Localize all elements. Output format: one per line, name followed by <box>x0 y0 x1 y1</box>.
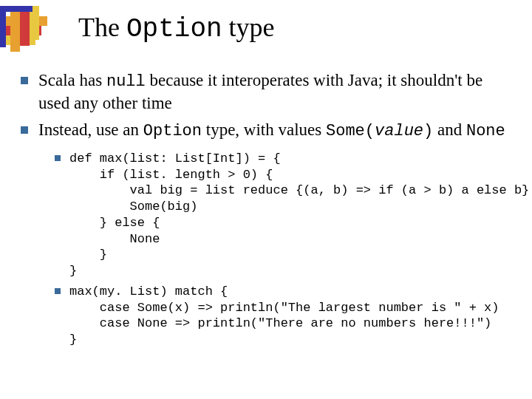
title-mono: Option <box>126 14 222 44</box>
title-suffix: type <box>222 13 275 42</box>
bullet-2-text: Instead, use an Option type, with values… <box>38 119 505 142</box>
sub-bullets: def max(list: List[Int]) = { if (list. l… <box>55 151 517 348</box>
deco-blue-v <box>0 6 6 47</box>
bullet-2: Instead, use an Option type, with values… <box>21 119 517 142</box>
title-prefix: The <box>78 13 126 42</box>
corner-decoration <box>0 0 74 52</box>
bullet-icon <box>21 77 28 84</box>
sub-bullet-2: max(my. List) match { case Some(x) => pr… <box>55 284 517 348</box>
bullet-icon <box>55 155 61 161</box>
bullet-1-text: Scala has null because it interoperates … <box>38 69 517 115</box>
bullet-1: Scala has null because it interoperates … <box>21 69 517 115</box>
code-block-1: def max(list: List[Int]) = { if (list. l… <box>69 151 529 279</box>
bullet-icon <box>55 288 61 294</box>
sub-bullet-1: def max(list: List[Int]) = { if (list. l… <box>55 151 517 279</box>
bullet-icon <box>21 126 28 134</box>
code-block-2: max(my. List) match { case Some(x) => pr… <box>69 284 499 348</box>
deco-v-1 <box>10 6 20 52</box>
deco-v-2 <box>20 6 30 46</box>
slide-title: The Option type <box>78 12 275 44</box>
body-area: Scala has null because it interoperates … <box>21 69 517 352</box>
